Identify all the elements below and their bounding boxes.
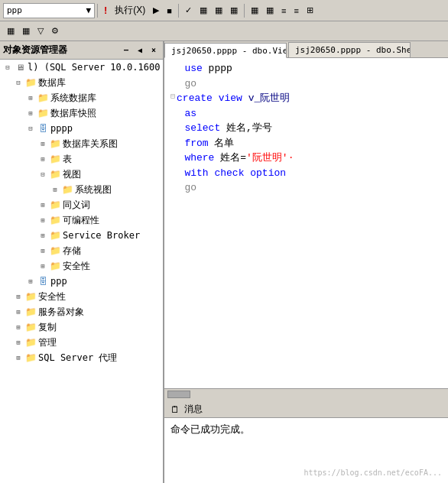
sec-top-expand[interactable]: ⊞ [12,290,24,303]
storage-expand[interactable]: ⊞ [37,245,49,257]
arrow-icon[interactable]: ◀ [134,44,146,57]
tree-item-databases[interactable]: ⊟ 📁 数据库 [0,75,163,90]
kw-go-2: go [184,180,196,196]
format-btn4[interactable]: ≡ [291,2,301,19]
pppp-expand[interactable]: ⊟ [24,122,37,135]
tree-item-sys-views[interactable]: ⊞ 📁 系统视图 [0,182,163,197]
ppp-db-icon: 🗄 [37,275,49,287]
line-marker-9 [170,180,181,194]
tree-item-ppp[interactable]: ⊞ 🗄 ppp [0,274,163,289]
grid-btn3[interactable]: ▦ [227,2,241,19]
sec-top-label: 安全性 [38,290,66,303]
databases-expand[interactable]: ⊟ [12,76,24,89]
dropdown-arrow[interactable]: ▼ [86,5,91,15]
tree-item-service-broker[interactable]: ⊞ 📁 Service Broker [0,228,163,243]
sysviews-label: 系统视图 [75,183,112,196]
tables-icon: 📁 [49,153,61,165]
prog-expand[interactable]: ⊞ [37,214,49,226]
tab-sheet1-label: jsj20650.pppp - dbo.Sheet1$ [295,45,411,55]
format-btn5[interactable]: ⊞ [304,2,317,19]
mgmt-expand[interactable]: ⊞ [12,336,24,348]
tree-item-synonyms[interactable]: ⊞ 📁 同义词 [0,197,163,212]
format-btn2[interactable]: ▦ [263,2,277,19]
synonyms-expand[interactable]: ⊞ [37,199,49,211]
tree-item-sys-db[interactable]: ⊞ 📁 系统数据库 [0,90,163,105]
tree-item-views[interactable]: ⊟ 📁 视图 [0,167,163,182]
snapshot-expand[interactable]: ⊞ [24,107,37,119]
sobj-expand[interactable]: ⊞ [12,306,24,318]
database-dropdown[interactable]: ppp ▼ [3,3,95,18]
sb-expand[interactable]: ⊞ [37,229,49,242]
synonyms-label: 同义词 [63,199,90,212]
ppp-expand[interactable]: ⊞ [24,275,37,287]
tree-item-db-snapshot[interactable]: ⊞ 📁 数据库快照 [0,105,163,121]
sobj-label: 服务器对象 [38,306,84,319]
prog-icon: 📁 [49,214,61,226]
format-btn3[interactable]: ≡ [278,2,289,19]
tab-sheet1[interactable]: jsj20650.pppp - dbo.Sheet1$ [288,42,411,57]
close-panel-icon[interactable]: × [148,44,160,57]
pin-icon[interactable]: — [120,44,132,57]
tree-item-storage[interactable]: ⊞ 📁 存储 [0,243,163,258]
tree-item-management[interactable]: ⊞ 📁 管理 [0,335,163,350]
tree-item-security-top[interactable]: ⊞ 📁 安全性 [0,289,163,304]
code-editor[interactable]: use pppp go ⊟ create view v_阮世明 as [164,58,448,388]
agent-expand[interactable]: ⊞ [12,352,24,364]
space1 [213,91,219,106]
views-icon: 📁 [49,168,61,180]
separator-2 [178,4,179,18]
tree-item-programmability[interactable]: ⊞ 📁 可编程性 [0,212,163,228]
tables-label: 表 [63,153,72,166]
code-line-4: as [170,106,442,122]
tables-expand[interactable]: ⊞ [37,153,49,165]
erd-expand[interactable]: ⊞ [37,138,49,150]
from-table: 名单 [209,136,235,151]
kw-go-1: go [184,76,196,92]
play-button[interactable]: ▶ [150,2,162,19]
line-marker-1 [170,61,181,75]
tb2-filter[interactable]: ▽ [34,23,47,40]
server-expand[interactable]: ⊟ [2,61,14,73]
panel-header-icons: — ◀ × [120,44,160,57]
format-btn1[interactable]: ▦ [248,2,261,19]
space2 [242,91,248,106]
kw-with: with [184,166,208,181]
exclamation-button[interactable]: ! [101,2,110,19]
check-button[interactable]: ✓ [182,2,195,19]
tree-container[interactable]: ⊟ 🖥 l) (SQL Server 10.0.1600 - jsj20650\… [0,60,163,483]
sysdb-expand[interactable]: ⊞ [24,92,37,104]
sysviews-expand[interactable]: ⊞ [49,183,61,196]
watermark: https://blog.csdn.net/ecoFA... [304,468,442,477]
code-line-7: where 姓名= '阮世明'· [170,151,442,166]
hscroll-thumb[interactable] [167,391,190,398]
tree-item-sql-agent[interactable]: ⊞ 📁 SQL Server 代理 [0,350,163,365]
synonyms-icon: 📁 [49,199,61,211]
tree-item-security-pppp[interactable]: ⊞ 📁 安全性 [0,258,163,274]
grid-btn2[interactable]: ▦ [212,2,226,19]
stop-button[interactable]: ■ [164,2,175,19]
kw-as: as [184,106,196,122]
tb2-btn1[interactable]: ▦ [4,23,18,40]
sobj-icon: 📁 [24,306,37,318]
tree-item-replication[interactable]: ⊞ 📁 复制 [0,319,163,335]
agent-label: SQL Server 代理 [38,352,117,365]
code-line-5: select 姓名,学号 [170,121,442,136]
tree-item-tables[interactable]: ⊞ 📁 表 [0,151,163,167]
tree-item-pppp[interactable]: ⊟ 🗄 pppp [0,121,163,136]
execute-button[interactable]: 执行(X) [112,2,148,19]
views-expand[interactable]: ⊟ [37,168,49,180]
mgmt-icon: 📁 [24,336,37,348]
grid-btn1[interactable]: ▦ [196,2,210,19]
repl-expand[interactable]: ⊞ [12,321,24,333]
tb2-btn2[interactable]: ▦ [19,23,33,40]
code-line-8: with check option [170,166,442,181]
title-bar: ppp ▼ ! 执行(X) ▶ ■ ✓ ▦ ▦ ▦ ▦ ▦ ≡ ≡ ⊞ [0,0,448,21]
horizontal-scrollbar[interactable] [164,388,448,399]
tb2-btn3[interactable]: ⚙ [48,23,62,40]
tree-item-server-objects[interactable]: ⊞ 📁 服务器对象 [0,304,163,319]
tab-view1[interactable]: jsj20650.pppp - dbo.View_1* [164,43,287,58]
sec-pppp-expand[interactable]: ⊞ [37,260,49,272]
tree-item-erd[interactable]: ⊞ 📁 数据库关系图 [0,136,163,151]
kw-from: from [184,136,208,151]
server-node[interactable]: ⊟ 🖥 l) (SQL Server 10.0.1600 - jsj20650\… [0,60,163,75]
